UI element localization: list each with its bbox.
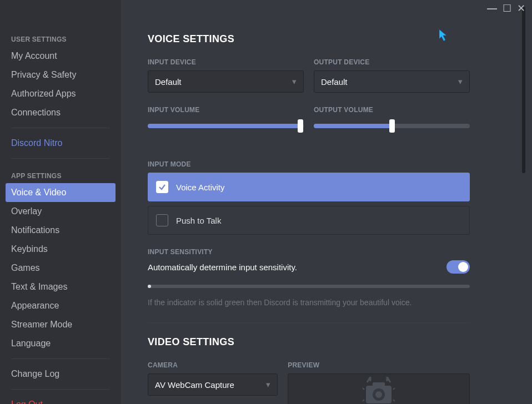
camera-icon: [359, 377, 398, 404]
input-sensitivity-label: INPUT SENSITIVITY: [148, 248, 504, 256]
sidebar-heading-app: APP SETTINGS: [6, 164, 116, 183]
checkbox-unchecked-icon: [156, 214, 168, 226]
section-divider: [148, 322, 470, 323]
window-minimize-icon[interactable]: —: [487, 3, 497, 13]
sidebar-separator: [11, 158, 110, 159]
sidebar-item-discord-nitro[interactable]: Discord Nitro: [6, 134, 116, 153]
input-mode-push-to-talk[interactable]: Push to Talk: [148, 206, 470, 235]
output-volume-slider[interactable]: [314, 119, 470, 133]
window-close-icon[interactable]: ✕: [517, 3, 525, 13]
sidebar-separator: [11, 358, 110, 359]
input-volume-label: INPUT VOLUME: [148, 106, 304, 114]
input-device-value: Default: [155, 77, 182, 87]
svg-rect-1: [373, 382, 385, 388]
camera-select[interactable]: AV WebCam Capture ▾: [148, 373, 278, 396]
input-mode-label-ptt: Push to Talk: [176, 216, 221, 225]
chevron-down-icon: ▾: [266, 380, 270, 390]
sidebar-item-authorized-apps[interactable]: Authorized Apps: [6, 84, 116, 103]
svg-point-3: [375, 391, 382, 398]
output-device-label: OUTPUT DEVICE: [314, 58, 470, 66]
camera-value: AV WebCam Capture: [155, 380, 234, 390]
input-device-label: INPUT DEVICE: [148, 58, 304, 66]
scrollbar[interactable]: [522, 7, 525, 173]
output-volume-label: OUTPUT VOLUME: [314, 106, 470, 114]
input-mode-label-va: Voice Activity: [176, 183, 225, 192]
sidebar-item-text-images[interactable]: Text & Images: [6, 277, 116, 296]
sidebar-item-streamer-mode[interactable]: Streamer Mode: [6, 315, 116, 334]
sidebar-heading-user: USER SETTINGS: [6, 28, 116, 47]
sidebar-item-connections[interactable]: Connections: [6, 103, 116, 122]
toggle-knob: [458, 262, 468, 272]
sidebar-item-notifications[interactable]: Notifications: [6, 221, 116, 240]
sidebar-item-appearance[interactable]: Appearance: [6, 296, 116, 315]
sidebar-item-my-account[interactable]: My Account: [6, 47, 116, 65]
video-settings-title: VIDEO SETTINGS: [148, 336, 504, 348]
sidebar-item-voice-video[interactable]: Voice & Video: [6, 183, 116, 202]
auto-sensitivity-toggle[interactable]: [446, 260, 470, 274]
sensitivity-hint: If the indicator is solid green then Dis…: [148, 298, 470, 307]
input-device-select[interactable]: Default ▾: [148, 70, 304, 93]
auto-sensitivity-text: Automatically determine input sensitivit…: [148, 262, 297, 272]
sidebar-item-language[interactable]: Language: [6, 334, 116, 353]
camera-preview: [288, 373, 470, 404]
sidebar-item-keybinds[interactable]: Keybinds: [6, 240, 116, 259]
chevron-down-icon: ▾: [292, 77, 297, 87]
sidebar-item-overlay[interactable]: Overlay: [6, 202, 116, 221]
output-device-value: Default: [321, 77, 348, 87]
slider-fill: [148, 124, 300, 128]
sidebar-separator: [11, 389, 110, 390]
sidebar-item-log-out[interactable]: Log Out: [6, 395, 116, 404]
chevron-down-icon: ▾: [458, 77, 463, 87]
preview-label: PREVIEW: [288, 361, 470, 369]
sidebar-separator: [11, 128, 110, 128]
sidebar-item-change-log[interactable]: Change Log: [6, 365, 116, 383]
window-maximize-icon[interactable]: ☐: [503, 3, 511, 13]
slider-thumb[interactable]: [389, 119, 395, 133]
settings-sidebar: USER SETTINGS My Account Privacy & Safet…: [0, 0, 121, 404]
input-volume-slider[interactable]: [148, 119, 304, 133]
checkbox-checked-icon: [156, 181, 168, 193]
input-mode-label: INPUT MODE: [148, 160, 504, 168]
sidebar-item-privacy-safety[interactable]: Privacy & Safety: [6, 65, 116, 84]
slider-fill: [314, 124, 392, 128]
sidebar-item-games[interactable]: Games: [6, 259, 116, 277]
sensitivity-indicator: [148, 285, 470, 288]
voice-settings-title: VOICE SETTINGS: [148, 33, 504, 45]
input-mode-voice-activity[interactable]: Voice Activity: [148, 173, 470, 201]
camera-label: CAMERA: [148, 361, 278, 369]
output-device-select[interactable]: Default ▾: [314, 70, 470, 93]
settings-content: VOICE SETTINGS INPUT DEVICE Default ▾ OU…: [121, 0, 526, 404]
slider-thumb[interactable]: [298, 119, 303, 133]
